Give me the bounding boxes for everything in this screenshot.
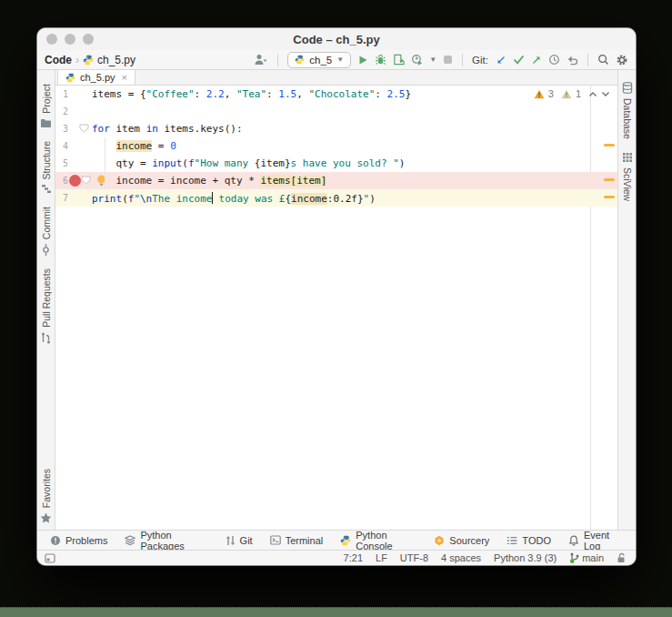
code-line[interactable]: 5 qty = input(f"How many {item}s have yo… [55,155,617,172]
code-line[interactable]: 4 income = 0 [55,137,617,155]
code-text: for item in items.keys(): [92,123,243,135]
status-line-separator[interactable]: LF [376,552,387,563]
toolwindow-button-python-packages[interactable]: Python Packages [125,530,207,551]
gutter-icon-lane[interactable] [68,86,92,103]
sidebar-item-project[interactable]: Project [40,77,52,135]
toolwindow-button-git[interactable]: Git [226,535,253,546]
toolwindow-button-terminal[interactable]: Terminal [270,535,324,546]
code-line[interactable]: 6 income = income + qty * items[item] [55,172,617,189]
python-file-icon [65,73,75,83]
git-branch-widget[interactable]: main [569,552,604,563]
status-file-encoding[interactable]: UTF-8 [400,552,428,563]
git-update-icon[interactable] [496,55,507,66]
breakpoint-icon[interactable] [69,175,81,187]
gutter-icon-lane[interactable] [68,137,92,155]
toolbar-actions: ch_5 ▼ ▼ Git: [254,52,628,68]
status-python-interpreter[interactable]: Python 3.9 (3) [494,552,557,563]
main-area: ProjectStructureCommitPull RequestsFavor… [37,70,636,530]
next-problem-icon[interactable] [601,91,610,97]
toolwindow-button-event-log[interactable]: Event Log [568,530,627,551]
weak-warning-count: 1 [576,88,581,99]
toolwindow-button-sourcery[interactable]: Sourcery [434,535,489,546]
python-console-icon [340,535,351,546]
editor-column: ch_5.py × 1items = {"Coffee": 2.2, "Tea"… [55,70,617,530]
line-number: 5 [55,158,68,168]
status-caret-position[interactable]: 7:21 [344,552,363,563]
sidebar-item-structure[interactable]: Structure [41,135,52,201]
warning-count: 3 [548,88,554,99]
history-icon[interactable] [548,54,560,66]
run-configuration-label: ch_5 [309,55,332,66]
stop-button [443,55,453,65]
status-indent-style[interactable]: 4 spaces [441,552,481,563]
toolwindow-button-label: Event Log [584,530,627,551]
line-number: 3 [55,124,68,134]
git-push-icon[interactable] [531,55,542,66]
structure-icon [41,184,52,194]
toolbar-separator [462,54,463,66]
debug-button[interactable] [375,54,386,66]
gutter-icon-lane[interactable] [68,120,92,137]
line-number: 4 [55,141,68,151]
branch-name: main [582,552,604,563]
search-everywhere-icon[interactable] [597,54,609,66]
sidebar-item-commit[interactable]: Commit [41,200,52,262]
sidebar-item-pull-requests[interactable]: Pull Requests [41,262,52,350]
sidebar-item-database[interactable]: Database [622,76,633,146]
todo-icon [507,536,517,545]
code-line[interactable]: 2 [55,103,617,120]
left-tool-stripe: ProjectStructureCommitPull RequestsFavor… [37,70,55,530]
tool-windows-toggle-icon[interactable] [45,553,55,563]
event-log-icon [568,535,579,546]
toolwindow-button-label: Python Packages [140,530,207,551]
branch-icon [569,552,579,563]
user-account-icon[interactable] [254,54,268,66]
desktop-background-strip [0,607,672,617]
run-configuration-select[interactable]: ch_5 ▼ [287,52,351,68]
toolwindow-button-label: Sourcery [449,535,489,546]
tab-ch5py[interactable]: ch_5.py × [57,70,135,85]
profiler-button[interactable] [411,54,423,66]
chevron-down-icon[interactable]: ▼ [429,56,436,64]
editor-tab-bar: ch_5.py × [55,70,617,86]
run-button[interactable] [357,55,368,66]
gutter-icon-lane[interactable] [68,103,92,120]
toolwindow-button-todo[interactable]: TODO [507,535,551,546]
problems-icon [50,535,61,546]
rollback-icon[interactable] [567,55,578,66]
close-tab-icon[interactable]: × [122,72,127,83]
fold-marker-icon[interactable] [81,176,91,185]
sidebar-item-sciview[interactable]: SciView [622,146,633,207]
unlocked-icon[interactable] [617,552,627,563]
error-stripe-mark[interactable] [604,196,615,198]
breadcrumb-file[interactable]: ch_5.py [83,54,135,66]
previous-problem-icon[interactable] [588,91,597,97]
toolwindow-button-python-console[interactable]: Python Console [340,530,416,551]
settings-gear-icon[interactable] [616,54,628,66]
code-line[interactable]: 3for item in items.keys(): [55,120,617,137]
sidebar-item-favorites[interactable]: Favorites [40,462,52,530]
terminal-icon [270,535,281,545]
code-editor[interactable]: 1items = {"Coffee": 2.2, "Tea": 1.5, "Ch… [55,86,617,530]
error-stripe-mark[interactable] [604,144,615,147]
indent-guide [105,137,105,189]
gutter-icon-lane[interactable] [68,189,92,207]
breadcrumb-project[interactable]: Code [45,54,72,66]
code-lines: 1items = {"Coffee": 2.2, "Tea": 1.5, "Ch… [55,86,617,207]
code-text: income = income + qty * items[item] [92,175,326,187]
gutter-icon-lane[interactable] [68,155,92,172]
inspections-widget[interactable]: 3 1 [534,88,610,99]
packages-icon [125,535,135,546]
toolwindow-button-problems[interactable]: Problems [50,535,107,546]
line-number: 1 [55,89,68,99]
commit-icon [42,244,50,256]
status-items: 7:21LFUTF-84 spacesPython 3.9 (3)main [344,552,627,563]
code-line[interactable]: 7print(f"\nThe income today was £{income… [55,189,617,207]
sidebar-item-label: Project [41,84,52,114]
sidebar-item-label: SciView [622,167,633,201]
run-with-coverage-button[interactable] [393,54,405,66]
git-commit-icon[interactable] [513,55,525,65]
error-stripe-mark[interactable] [604,178,615,181]
database-icon [622,82,633,94]
python-file-icon [83,55,94,66]
